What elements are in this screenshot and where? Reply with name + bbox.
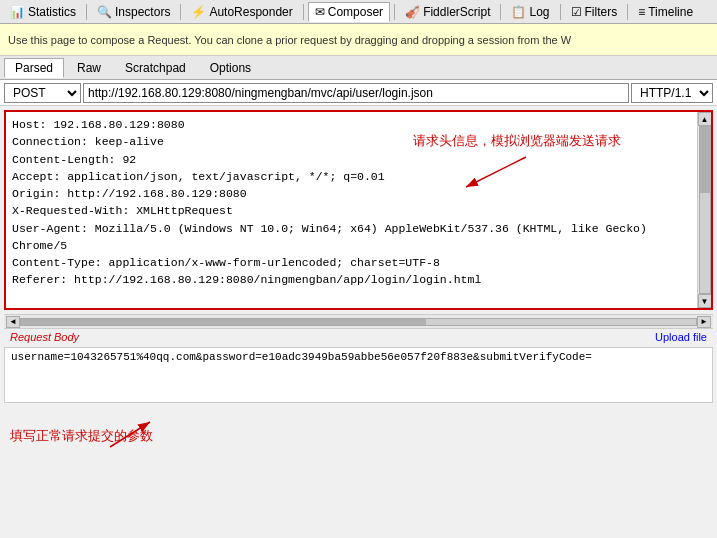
tab-raw[interactable]: Raw xyxy=(66,58,112,78)
nav-inspectors-label: Inspectors xyxy=(115,5,170,19)
headers-area: Host: 192.168.80.129:8080Connection: kee… xyxy=(4,110,713,310)
header-line: Content-Length: 92 xyxy=(12,151,705,168)
header-line: Referer: http://192.168.80.129:8080/ning… xyxy=(12,271,705,288)
autoresponder-icon: ⚡ xyxy=(191,5,206,19)
nav-composer-label: Composer xyxy=(328,5,383,19)
tab-options-label: Options xyxy=(210,61,251,75)
log-icon: 📋 xyxy=(511,5,526,19)
annotation-arrow-svg xyxy=(461,152,531,192)
tab-row: Parsed Raw Scratchpad Options xyxy=(0,56,717,80)
tab-parsed-label: Parsed xyxy=(15,61,53,75)
nav-filters-label: Filters xyxy=(585,5,618,19)
statistics-icon: 📊 xyxy=(10,5,25,19)
nav-timeline[interactable]: ≡ Timeline xyxy=(632,3,699,21)
tab-raw-label: Raw xyxy=(77,61,101,75)
filters-icon: ☑ xyxy=(571,5,582,19)
nav-autoresponder-label: AutoResponder xyxy=(209,5,292,19)
nav-log-label: Log xyxy=(529,5,549,19)
header-line: User-Agent: Mozilla/5.0 (Windows NT 10.0… xyxy=(12,220,705,255)
nav-statistics[interactable]: 📊 Statistics xyxy=(4,3,82,21)
nav-autoresponder[interactable]: ⚡ AutoResponder xyxy=(185,3,298,21)
nav-fiddlerscript-label: FiddlerScript xyxy=(423,5,490,19)
header-line: Host: 192.168.80.129:8080 xyxy=(12,116,705,133)
hscroll-track xyxy=(20,318,697,326)
inspectors-icon: 🔍 xyxy=(97,5,112,19)
header-line: Accept: application/json, text/javascrip… xyxy=(12,168,705,185)
vscroll-down-btn[interactable]: ▼ xyxy=(698,294,712,308)
timeline-icon: ≡ xyxy=(638,5,645,19)
main-content: Host: 192.168.80.129:8080Connection: kee… xyxy=(0,110,717,310)
request-body-label: Request Body xyxy=(10,331,79,343)
vscroll-thumb xyxy=(700,127,710,193)
nav-log[interactable]: 📋 Log xyxy=(505,3,555,21)
nav-sep-1 xyxy=(86,4,87,20)
method-select[interactable]: POST GET PUT DELETE xyxy=(4,83,81,103)
info-bar: Use this page to compose a Request. You … xyxy=(0,24,717,56)
tab-scratchpad-label: Scratchpad xyxy=(125,61,186,75)
svg-line-1 xyxy=(466,157,526,187)
vscroll-track xyxy=(699,126,711,294)
top-nav-bar: 📊 Statistics 🔍 Inspectors ⚡ AutoResponde… xyxy=(0,0,717,24)
composer-icon: ✉ xyxy=(315,5,325,19)
bottom-annotation: 填写正常请求提交的参数 xyxy=(0,412,717,462)
fiddlerscript-icon: 🎻 xyxy=(405,5,420,19)
tab-parsed[interactable]: Parsed xyxy=(4,58,64,78)
tab-scratchpad[interactable]: Scratchpad xyxy=(114,58,197,78)
body-textarea[interactable] xyxy=(4,347,713,403)
hscroll-bar: ◄ ► xyxy=(4,314,713,328)
nav-composer[interactable]: ✉ Composer xyxy=(308,2,390,22)
info-bar-text: Use this page to compose a Request. You … xyxy=(8,34,571,46)
url-input[interactable] xyxy=(83,83,629,103)
header-line: Accept-Encoding: gzip, deflate xyxy=(12,289,705,293)
nav-sep-2 xyxy=(180,4,181,20)
header-line: X-Requested-With: XMLHttpRequest xyxy=(12,202,705,219)
header-line: Origin: http://192.168.80.129:8080 xyxy=(12,185,705,202)
nav-inspectors[interactable]: 🔍 Inspectors xyxy=(91,3,176,21)
header-line: Content-Type: application/x-www-form-url… xyxy=(12,254,705,271)
nav-sep-7 xyxy=(627,4,628,20)
hscroll-right-btn[interactable]: ► xyxy=(697,316,711,328)
vscroll-up-btn[interactable]: ▲ xyxy=(698,112,712,126)
annotation-text: 请求头信息，模拟浏览器端发送请求 xyxy=(413,133,621,148)
nav-sep-5 xyxy=(500,4,501,20)
upload-file-link[interactable]: Upload file xyxy=(655,331,707,343)
request-body-header: Request Body Upload file xyxy=(4,328,713,345)
nav-statistics-label: Statistics xyxy=(28,5,76,19)
bottom-annotation-text: 填写正常请求提交的参数 xyxy=(10,427,153,445)
nav-timeline-label: Timeline xyxy=(648,5,693,19)
hscroll-thumb xyxy=(21,319,426,325)
nav-fiddlerscript[interactable]: 🎻 FiddlerScript xyxy=(399,3,496,21)
nav-sep-3 xyxy=(303,4,304,20)
hscroll-left-btn[interactable]: ◄ xyxy=(6,316,20,328)
http-version-select[interactable]: HTTP/1.1 HTTP/1.0 HTTP/2 xyxy=(631,83,713,103)
nav-filters[interactable]: ☑ Filters xyxy=(565,3,624,21)
tab-options[interactable]: Options xyxy=(199,58,262,78)
nav-sep-4 xyxy=(394,4,395,20)
headers-vscroll: ▲ ▼ xyxy=(697,112,711,308)
url-bar: POST GET PUT DELETE HTTP/1.1 HTTP/1.0 HT… xyxy=(0,80,717,106)
headers-annotation: 请求头信息，模拟浏览器端发送请求 xyxy=(413,132,621,150)
nav-sep-6 xyxy=(560,4,561,20)
